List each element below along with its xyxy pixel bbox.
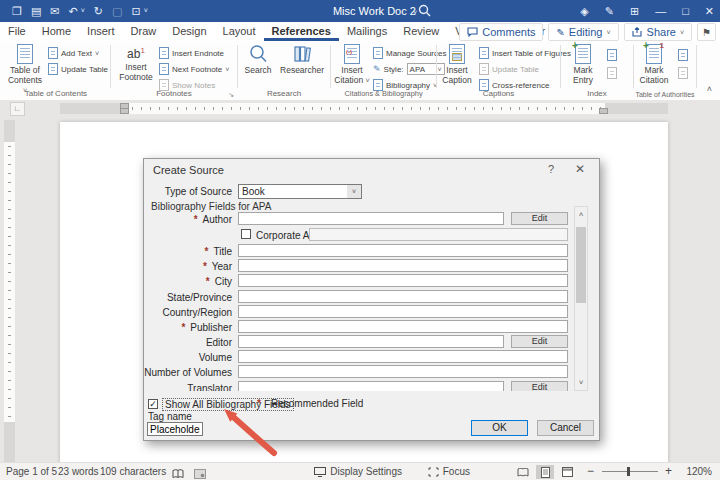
close-button[interactable]: ✕	[705, 5, 714, 18]
tag-name-input[interactable]	[147, 422, 203, 436]
qat-customize-icon[interactable]: ˅	[144, 0, 148, 22]
dialog-close-button[interactable]: ✕	[572, 162, 588, 176]
display-settings-button[interactable]: Display Settings	[314, 463, 402, 480]
tab-references[interactable]: References	[264, 22, 339, 41]
open-icon[interactable]: ✉	[50, 0, 59, 22]
macro-record-icon[interactable]	[194, 467, 206, 480]
scrollbar-thumb[interactable]	[576, 227, 586, 303]
type-of-source-dropdown[interactable]: Book ˅	[238, 184, 362, 199]
field-label: State/Province	[167, 292, 232, 303]
fields-scrollbar[interactable]: ˄ ˅	[574, 206, 588, 391]
hanging-indent-marker[interactable]	[120, 108, 129, 114]
publisher-input[interactable]	[238, 320, 568, 333]
gem-icon[interactable]: ◈	[580, 5, 588, 18]
picture-qat-icon[interactable]: ⊡	[131, 0, 140, 22]
print-layout-button[interactable]	[536, 465, 554, 479]
ink-pen-icon[interactable]: ✎	[605, 5, 614, 18]
edit-author-button[interactable]: Edit	[511, 212, 568, 225]
zoom-slider-thumb[interactable]	[627, 467, 630, 476]
maximize-button[interactable]: □	[682, 5, 689, 17]
horizontal-ruler[interactable]	[60, 103, 668, 114]
corporate-author-checkbox[interactable]	[241, 229, 251, 239]
insert-caption-button[interactable]: Insert Caption	[439, 44, 475, 86]
add-text-button[interactable]: Add Text ˅	[48, 47, 99, 59]
ok-button[interactable]: OK	[471, 420, 528, 436]
undo-dropdown-icon[interactable]: ˅	[81, 0, 85, 22]
search-button[interactable]: Search	[242, 44, 274, 76]
volume-input[interactable]	[238, 350, 568, 363]
insert-citation-button[interactable]: (-) Insert Citation ˅	[333, 44, 371, 86]
dialog-help-button[interactable]: ?	[544, 163, 558, 175]
edit-translator-button[interactable]: Edit	[511, 381, 568, 391]
scroll-down-icon[interactable]: ˅	[575, 375, 587, 390]
tab-design[interactable]: Design	[164, 22, 214, 41]
tab-layout[interactable]: Layout	[215, 22, 264, 41]
zoom-slider[interactable]	[602, 471, 658, 472]
tab-draw[interactable]: Draw	[123, 22, 165, 41]
editing-button[interactable]: ✎ Editing ˅	[548, 23, 618, 41]
tab-review[interactable]: Review	[395, 22, 447, 41]
word-window: ❐ ▤ ✉ ↶ ˅ ↻ ▢ ⊡ ˅ Misc Work Doc 2 ˅ ◈ ✎ …	[0, 0, 720, 480]
copy-icon[interactable]: ❐	[12, 0, 22, 22]
mark-citation-button[interactable]: +1 Mark Citation	[636, 44, 672, 86]
tab-mailings[interactable]: Mailings	[339, 22, 395, 41]
tab-selector-button[interactable]: ∟	[10, 102, 25, 116]
insert-index-button[interactable]	[607, 49, 617, 61]
tab-insert[interactable]: Insert	[79, 22, 123, 41]
presenter-flag-button[interactable]: ⚑	[697, 23, 716, 41]
mark-entry-button[interactable]: + Mark Entry	[566, 44, 600, 86]
title-dropdown-icon[interactable]: ˅	[413, 9, 417, 16]
show-all-fields-checkbox[interactable]: ✓	[148, 399, 158, 409]
insert-toa-button[interactable]	[678, 49, 688, 61]
status-bar: Page 1 of 5 23 words 109 characters Disp…	[0, 462, 720, 480]
title-input[interactable]	[238, 244, 568, 257]
table-of-contents-button[interactable]: Table of Contents ˅	[6, 44, 44, 95]
zoom-in-button[interactable]: +	[665, 463, 672, 480]
comments-button[interactable]: Comments	[459, 23, 543, 41]
insert-table-of-figures-button[interactable]: Insert Table of Figures	[479, 47, 571, 59]
cancel-button[interactable]: Cancel	[537, 420, 594, 436]
country-region-input[interactable]	[238, 305, 568, 318]
ribbon-display-options-icon[interactable]: ⊞	[630, 5, 639, 18]
save-icon[interactable]: ▤	[31, 0, 41, 22]
add-text-icon	[48, 47, 58, 59]
undo-icon[interactable]: ↶	[69, 0, 78, 22]
footnotes-dialog-launcher-icon[interactable]: ↘	[228, 91, 234, 99]
state-province-input[interactable]	[238, 290, 568, 303]
city-input[interactable]	[238, 274, 568, 287]
read-mode-button[interactable]	[514, 465, 532, 479]
tab-home[interactable]: Home	[34, 22, 79, 41]
redo-icon[interactable]: ↻	[94, 0, 103, 22]
character-count[interactable]: 109 characters	[100, 463, 166, 480]
minimize-button[interactable]: —	[655, 5, 666, 17]
field-row-number-of-volumes: Number of Volumes	[144, 365, 572, 380]
insert-caption-icon	[449, 44, 465, 64]
zoom-out-button[interactable]: −	[587, 463, 594, 480]
style-combo[interactable]: ✎ Style: APA ˅	[373, 63, 445, 75]
word-count[interactable]: 23 words	[58, 463, 99, 480]
author-input[interactable]	[238, 212, 504, 225]
right-indent-marker[interactable]	[599, 108, 608, 114]
translator-input[interactable]	[238, 381, 504, 391]
page-indicator[interactable]: Page 1 of 5	[6, 463, 57, 480]
share-button[interactable]: Share ˅	[624, 23, 692, 41]
search-icon[interactable]	[418, 4, 431, 19]
tab-file[interactable]: File	[0, 22, 34, 41]
insert-footnote-button[interactable]: ab1 Insert Footnote	[117, 44, 155, 83]
year-input[interactable]	[238, 259, 568, 272]
web-layout-button[interactable]	[558, 465, 576, 479]
focus-button[interactable]: Focus	[428, 463, 470, 480]
green-plus-mark: +	[643, 40, 649, 51]
collapse-ribbon-icon[interactable]: ˄	[707, 84, 712, 94]
insert-endnote-button[interactable]: Insert Endnote	[159, 47, 224, 59]
number-of-volumes-input[interactable]	[238, 365, 568, 378]
zoom-level[interactable]: 120%	[686, 463, 712, 480]
researcher-button[interactable]: Researcher	[278, 44, 326, 76]
scroll-up-icon[interactable]: ˄	[575, 207, 587, 222]
editor-input[interactable]	[238, 335, 504, 348]
edit-editor-button[interactable]: Edit	[511, 335, 568, 348]
vertical-ruler[interactable]	[4, 120, 15, 462]
proofing-icon[interactable]	[172, 467, 184, 480]
update-table-button[interactable]: Update Table	[48, 63, 108, 75]
next-footnote-button[interactable]: Next Footnote ˅	[159, 63, 229, 75]
